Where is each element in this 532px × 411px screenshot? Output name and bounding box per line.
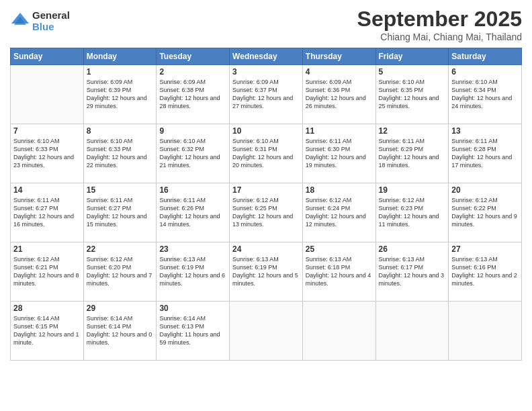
day-info: Sunrise: 6:13 AM Sunset: 6:16 PM Dayligh… [451, 255, 519, 288]
day-info: Sunrise: 6:09 AM Sunset: 6:39 PM Dayligh… [87, 78, 154, 111]
day-cell: 14Sunrise: 6:11 AM Sunset: 6:27 PM Dayli… [11, 183, 84, 242]
day-info: Sunrise: 6:12 AM Sunset: 6:25 PM Dayligh… [232, 196, 300, 229]
day-cell: 22Sunrise: 6:12 AM Sunset: 6:20 PM Dayli… [83, 242, 157, 302]
day-cell: 24Sunrise: 6:13 AM Sunset: 6:19 PM Dayli… [230, 242, 303, 302]
day-number: 4 [306, 67, 373, 77]
day-number: 19 [379, 185, 446, 195]
day-number: 15 [87, 185, 154, 195]
day-number: 17 [232, 185, 300, 195]
day-number: 20 [451, 185, 519, 195]
day-info: Sunrise: 6:10 AM Sunset: 6:31 PM Dayligh… [232, 137, 300, 170]
day-info: Sunrise: 6:13 AM Sunset: 6:18 PM Dayligh… [306, 255, 373, 288]
day-info: Sunrise: 6:10 AM Sunset: 6:33 PM Dayligh… [13, 137, 81, 170]
day-number: 8 [87, 126, 154, 136]
day-number: 23 [159, 244, 226, 254]
day-cell: 5Sunrise: 6:10 AM Sunset: 6:35 PM Daylig… [375, 65, 449, 124]
day-cell [375, 302, 449, 361]
day-cell: 23Sunrise: 6:13 AM Sunset: 6:19 PM Dayli… [157, 242, 230, 302]
day-cell: 4Sunrise: 6:09 AM Sunset: 6:36 PM Daylig… [302, 65, 375, 124]
day-cell [449, 302, 522, 361]
day-cell: 9Sunrise: 6:10 AM Sunset: 6:32 PM Daylig… [157, 124, 230, 183]
day-info: Sunrise: 6:13 AM Sunset: 6:17 PM Dayligh… [379, 255, 446, 288]
day-cell: 15Sunrise: 6:11 AM Sunset: 6:27 PM Dayli… [83, 183, 157, 242]
day-info: Sunrise: 6:14 AM Sunset: 6:15 PM Dayligh… [13, 314, 81, 347]
day-number: 2 [159, 67, 226, 77]
day-info: Sunrise: 6:09 AM Sunset: 6:36 PM Dayligh… [306, 78, 373, 111]
day-cell [230, 302, 303, 361]
header-thursday: Thursday [302, 48, 375, 65]
day-info: Sunrise: 6:12 AM Sunset: 6:21 PM Dayligh… [13, 255, 81, 288]
day-info: Sunrise: 6:11 AM Sunset: 6:27 PM Dayligh… [87, 196, 154, 229]
day-number: 6 [451, 67, 519, 77]
page: General Blue September 2025 Chiang Mai, … [0, 0, 532, 411]
day-info: Sunrise: 6:09 AM Sunset: 6:37 PM Dayligh… [232, 78, 300, 111]
day-info: Sunrise: 6:09 AM Sunset: 6:38 PM Dayligh… [159, 78, 226, 111]
week-row-2: 14Sunrise: 6:11 AM Sunset: 6:27 PM Dayli… [11, 183, 522, 242]
calendar-body: 1Sunrise: 6:09 AM Sunset: 6:39 PM Daylig… [11, 65, 522, 361]
day-number: 11 [306, 126, 373, 136]
day-info: Sunrise: 6:11 AM Sunset: 6:29 PM Dayligh… [379, 137, 446, 170]
day-cell: 7Sunrise: 6:10 AM Sunset: 6:33 PM Daylig… [11, 124, 84, 183]
day-number: 10 [232, 126, 300, 136]
day-info: Sunrise: 6:10 AM Sunset: 6:33 PM Dayligh… [87, 137, 154, 170]
day-info: Sunrise: 6:12 AM Sunset: 6:22 PM Dayligh… [451, 196, 519, 229]
day-cell: 10Sunrise: 6:10 AM Sunset: 6:31 PM Dayli… [230, 124, 303, 183]
day-info: Sunrise: 6:10 AM Sunset: 6:34 PM Dayligh… [451, 78, 519, 111]
day-cell: 21Sunrise: 6:12 AM Sunset: 6:21 PM Dayli… [11, 242, 84, 302]
title-section: September 2025 Chiang Mai, Chiang Mai, T… [357, 7, 522, 42]
day-cell: 16Sunrise: 6:11 AM Sunset: 6:26 PM Dayli… [157, 183, 230, 242]
day-cell: 11Sunrise: 6:11 AM Sunset: 6:30 PM Dayli… [302, 124, 375, 183]
day-number: 24 [232, 244, 300, 254]
logo-general: General [32, 10, 70, 21]
week-row-3: 21Sunrise: 6:12 AM Sunset: 6:21 PM Dayli… [11, 242, 522, 302]
week-row-1: 7Sunrise: 6:10 AM Sunset: 6:33 PM Daylig… [11, 124, 522, 183]
day-number: 5 [379, 67, 446, 77]
day-info: Sunrise: 6:11 AM Sunset: 6:26 PM Dayligh… [159, 196, 226, 229]
day-cell: 6Sunrise: 6:10 AM Sunset: 6:34 PM Daylig… [449, 65, 522, 124]
day-cell: 28Sunrise: 6:14 AM Sunset: 6:15 PM Dayli… [11, 302, 84, 361]
weekday-row: Sunday Monday Tuesday Wednesday Thursday… [11, 48, 522, 65]
day-cell: 3Sunrise: 6:09 AM Sunset: 6:37 PM Daylig… [230, 65, 303, 124]
day-info: Sunrise: 6:10 AM Sunset: 6:32 PM Dayligh… [159, 137, 226, 170]
day-number: 3 [232, 67, 300, 77]
day-number: 21 [13, 244, 81, 254]
calendar-header: Sunday Monday Tuesday Wednesday Thursday… [11, 48, 522, 65]
day-info: Sunrise: 6:13 AM Sunset: 6:19 PM Dayligh… [232, 255, 300, 288]
logo-blue: Blue [32, 21, 70, 33]
day-info: Sunrise: 6:12 AM Sunset: 6:23 PM Dayligh… [379, 196, 446, 229]
header: General Blue September 2025 Chiang Mai, … [10, 7, 522, 42]
day-info: Sunrise: 6:10 AM Sunset: 6:35 PM Dayligh… [379, 78, 446, 111]
day-info: Sunrise: 6:14 AM Sunset: 6:13 PM Dayligh… [159, 314, 226, 347]
logo: General Blue [10, 10, 70, 32]
day-info: Sunrise: 6:11 AM Sunset: 6:30 PM Dayligh… [306, 137, 373, 170]
header-saturday: Saturday [449, 48, 522, 65]
day-number: 27 [451, 244, 519, 254]
day-cell: 12Sunrise: 6:11 AM Sunset: 6:29 PM Dayli… [375, 124, 449, 183]
header-monday: Monday [83, 48, 157, 65]
day-number: 16 [159, 185, 226, 195]
day-number: 1 [87, 67, 154, 77]
week-row-4: 28Sunrise: 6:14 AM Sunset: 6:15 PM Dayli… [11, 302, 522, 361]
day-cell: 26Sunrise: 6:13 AM Sunset: 6:17 PM Dayli… [375, 242, 449, 302]
calendar: Sunday Monday Tuesday Wednesday Thursday… [10, 48, 522, 361]
day-cell: 19Sunrise: 6:12 AM Sunset: 6:23 PM Dayli… [375, 183, 449, 242]
day-number: 26 [379, 244, 446, 254]
day-number: 18 [306, 185, 373, 195]
header-friday: Friday [375, 48, 449, 65]
day-cell: 30Sunrise: 6:14 AM Sunset: 6:13 PM Dayli… [157, 302, 230, 361]
day-cell [11, 65, 84, 124]
day-cell: 2Sunrise: 6:09 AM Sunset: 6:38 PM Daylig… [157, 65, 230, 124]
day-number: 30 [159, 304, 226, 313]
header-wednesday: Wednesday [230, 48, 303, 65]
day-number: 22 [87, 244, 154, 254]
header-tuesday: Tuesday [157, 48, 230, 65]
day-cell: 20Sunrise: 6:12 AM Sunset: 6:22 PM Dayli… [449, 183, 522, 242]
day-number: 9 [159, 126, 226, 136]
day-cell [302, 302, 375, 361]
logo-icon [10, 11, 30, 32]
day-cell: 1Sunrise: 6:09 AM Sunset: 6:39 PM Daylig… [83, 65, 157, 124]
day-number: 7 [13, 126, 81, 136]
day-number: 28 [13, 304, 81, 313]
week-row-0: 1Sunrise: 6:09 AM Sunset: 6:39 PM Daylig… [11, 65, 522, 124]
location: Chiang Mai, Chiang Mai, Thailand [357, 32, 522, 42]
